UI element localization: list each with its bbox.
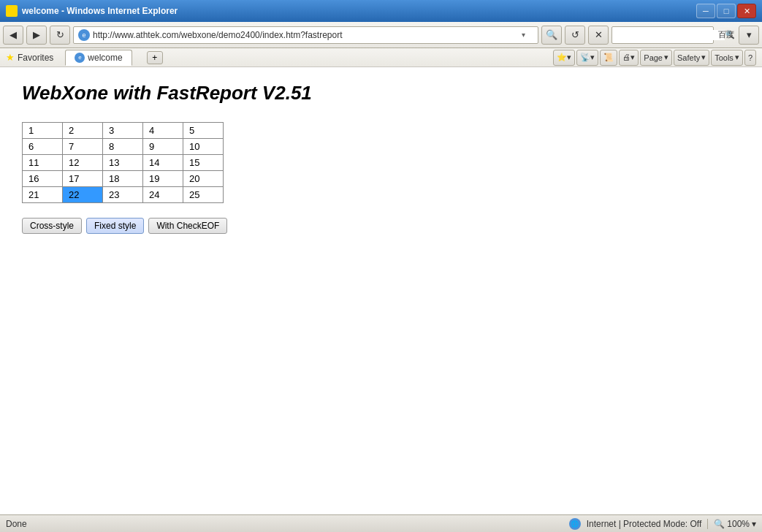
zoom-icon: 🔍 — [714, 519, 725, 529]
table-cell: 1 — [23, 123, 63, 139]
security-status: Internet | Protected Mode: Off — [587, 519, 702, 529]
stop-icon: ✕ — [595, 29, 603, 40]
status-bar: Done 🌐 Internet | Protected Mode: Off 🔍 … — [0, 514, 762, 532]
refresh-btn-right[interactable]: ↺ — [565, 26, 585, 45]
table-cell: 16 — [23, 171, 63, 187]
table-cell: 25 — [183, 187, 224, 203]
table-cell: 9 — [143, 139, 183, 155]
table-cell: 15 — [183, 155, 224, 171]
table-row: 1112131415 — [23, 155, 224, 171]
table-cell: 14 — [143, 155, 183, 171]
stop-btn[interactable]: ✕ — [588, 26, 609, 45]
back-button[interactable]: ◀ — [3, 26, 23, 45]
internet-icon: 🌐 — [569, 518, 581, 530]
table-cell: 19 — [143, 171, 183, 187]
title-bar: e welcome - Windows Internet Explorer ─ … — [0, 0, 762, 22]
address-bar[interactable]: e http://www.athtek.com/webxone/demo2400… — [73, 26, 538, 44]
table-cell: 4 — [143, 123, 183, 139]
toolbar-right: ⭐▾ 📡▾ 📜 🖨▾ Page ▾ Safety ▾ Tools ▾ ? — [553, 50, 756, 66]
tab-welcome[interactable]: e welcome — [65, 50, 132, 66]
add-favorites-button[interactable]: ⭐▾ — [553, 50, 575, 66]
table-cell: 20 — [183, 171, 224, 187]
table-cell: 6 — [23, 139, 63, 155]
window-controls: ─ □ ✕ — [696, 4, 756, 18]
page-title: WebXone with FastReport V2.51 — [22, 82, 740, 104]
buttons-row: Cross-style Fixed style With CheckEOF — [22, 218, 740, 234]
print-button[interactable]: 🖨▾ — [619, 50, 639, 66]
safety-arrow: ▾ — [701, 53, 706, 62]
table-cell: 23 — [103, 187, 143, 203]
status-right: 🌐 Internet | Protected Mode: Off 🔍 100% … — [569, 518, 756, 530]
help-icon: ? — [748, 53, 753, 62]
help-button[interactable]: ? — [744, 50, 756, 66]
tools-arrow: ▾ — [735, 53, 739, 62]
table-cell: 5 — [183, 123, 224, 139]
minimize-button[interactable]: ─ — [696, 4, 715, 18]
page-button[interactable]: Page ▾ — [640, 50, 672, 66]
go-button[interactable]: 🔍 — [541, 26, 562, 45]
page-label: Page — [644, 53, 663, 62]
table-cell: 22 — [63, 187, 103, 203]
status-separator — [707, 519, 708, 529]
go-icon: 🔍 — [546, 29, 557, 40]
table-cell: 21 — [23, 187, 63, 203]
fixed-style-button[interactable]: Fixed style — [86, 218, 144, 234]
table-cell: 24 — [143, 187, 183, 203]
table-row: 12345 — [23, 123, 224, 139]
zoom-level: 100% — [727, 519, 750, 529]
table-cell: 10 — [183, 139, 224, 155]
tab-label: welcome — [88, 53, 122, 63]
safety-label: Safety — [677, 53, 700, 62]
favorites-label: Favorites — [18, 53, 53, 63]
tools-label: Tools — [715, 53, 734, 62]
window-title: welcome - Windows Internet Explorer — [22, 6, 692, 16]
ie-small-icon: e — [82, 31, 85, 39]
table-cell: 7 — [63, 139, 103, 155]
table-cell: 13 — [103, 155, 143, 171]
table-cell: 8 — [103, 139, 143, 155]
content-area: WebXone with FastReport V2.51 1234567891… — [0, 67, 762, 532]
table-cell: 11 — [23, 155, 63, 171]
status-text: Done — [6, 519, 563, 529]
browser-window: e welcome - Windows Internet Explorer ─ … — [0, 0, 762, 532]
favorites-button[interactable]: ★ Favorites — [6, 52, 53, 63]
search-box[interactable]: 🔍 — [611, 26, 714, 44]
zoom-control[interactable]: 🔍 100% ▾ — [714, 519, 756, 529]
tools-button[interactable]: Tools ▾ — [711, 50, 743, 66]
search-input[interactable] — [615, 30, 725, 40]
cross-style-button[interactable]: Cross-style — [22, 218, 82, 234]
tab-icon: e — [75, 53, 85, 63]
table-cell: 2 — [63, 123, 103, 139]
table-cell: 12 — [63, 155, 103, 171]
table-row: 1617181920 — [23, 171, 224, 187]
table-row: 2122232425 — [23, 187, 224, 203]
ie-icon: e — [6, 5, 18, 17]
maximize-button[interactable]: □ — [717, 4, 736, 18]
history-button[interactable]: 📜 — [600, 50, 617, 66]
back-icon: ◀ — [9, 29, 17, 40]
feeds-button[interactable]: 📡▾ — [576, 50, 598, 66]
search-dropdown[interactable]: ▾ — [739, 26, 759, 45]
table-cell: 3 — [103, 123, 143, 139]
table-cell: 18 — [103, 171, 143, 187]
forward-button[interactable]: ▶ — [26, 26, 47, 45]
page-arrow: ▾ — [664, 53, 668, 62]
safety-button[interactable]: Safety ▾ — [674, 50, 709, 66]
table-row: 678910 — [23, 139, 224, 155]
refresh-button[interactable]: ↻ — [50, 26, 70, 45]
forward-icon: ▶ — [33, 29, 40, 40]
refresh-icon: ↻ — [56, 29, 64, 40]
address-text: http://www.athtek.com/webxone/demo2400/i… — [93, 30, 522, 40]
close-button[interactable]: ✕ — [737, 4, 756, 18]
data-table: 1234567891011121314151617181920212223242… — [22, 122, 224, 203]
with-checkeof-button[interactable]: With CheckEOF — [148, 218, 227, 234]
favorites-star-icon: ★ — [6, 52, 15, 63]
address-icon: e — [78, 29, 90, 41]
table-cell: 17 — [63, 171, 103, 187]
favorites-bar: ★ Favorites e welcome + ⭐▾ 📡▾ 📜 🖨▾ Page … — [0, 48, 762, 67]
new-tab-button[interactable]: + — [147, 51, 163, 64]
baidu-label: 百度 — [717, 29, 736, 40]
zoom-arrow: ▾ — [752, 519, 756, 529]
address-dropdown-icon[interactable]: ▾ — [522, 31, 533, 39]
page-reload-icon: ↺ — [571, 29, 579, 40]
